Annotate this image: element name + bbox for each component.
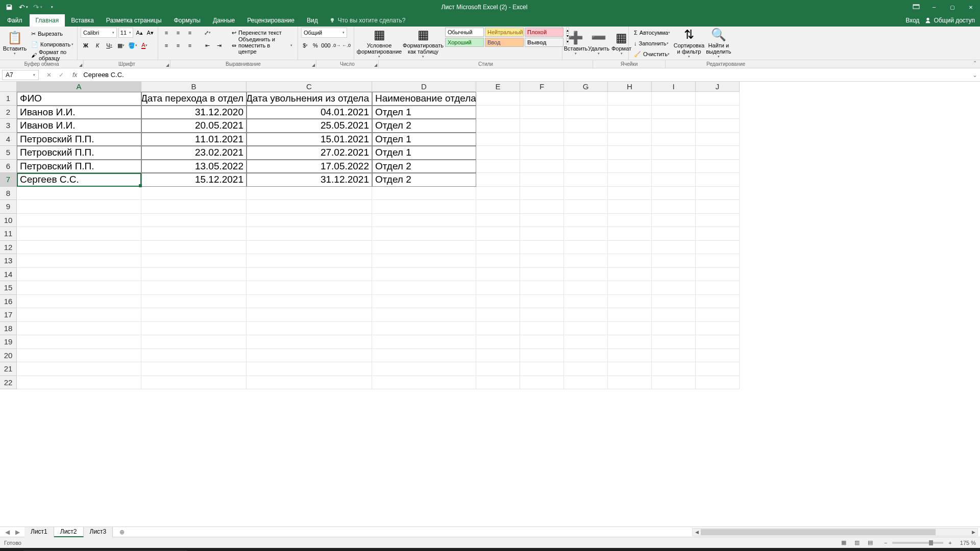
- cell[interactable]: [652, 281, 696, 295]
- borders-button[interactable]: ▦▾: [116, 40, 126, 51]
- sheet-tab[interactable]: Лист1: [24, 527, 54, 537]
- cell[interactable]: [476, 160, 520, 173]
- cell[interactable]: [476, 200, 520, 214]
- cell[interactable]: [520, 322, 564, 336]
- row-header[interactable]: 14: [0, 268, 17, 282]
- cell[interactable]: [564, 362, 608, 376]
- style-bad[interactable]: Плохой: [525, 28, 564, 37]
- cell[interactable]: [564, 281, 608, 295]
- align-bottom-button[interactable]: ≡: [185, 28, 195, 38]
- font-selector[interactable]: Calibri▾: [81, 28, 117, 38]
- row-header[interactable]: 8: [0, 187, 17, 201]
- cell[interactable]: 20.05.2021: [141, 119, 247, 133]
- cell[interactable]: [696, 173, 740, 187]
- cell[interactable]: [564, 146, 608, 160]
- cell[interactable]: [520, 146, 564, 160]
- tab-file[interactable]: Файл: [0, 14, 30, 27]
- row-header[interactable]: 19: [0, 335, 17, 349]
- cell[interactable]: [608, 268, 652, 282]
- cell[interactable]: [652, 254, 696, 268]
- accounting-format-button[interactable]: $▾: [301, 40, 310, 51]
- cell[interactable]: [696, 92, 740, 106]
- sign-in-link[interactable]: Вход: [905, 17, 919, 24]
- cell[interactable]: [696, 106, 740, 119]
- cell[interactable]: [564, 160, 608, 173]
- cell[interactable]: [696, 254, 740, 268]
- column-header-B[interactable]: B: [141, 82, 247, 92]
- cell[interactable]: [476, 295, 520, 309]
- cell[interactable]: Петровский П.П.: [17, 160, 141, 173]
- cell[interactable]: [652, 322, 696, 336]
- formula-cancel-button[interactable]: ✕: [43, 70, 55, 80]
- cell[interactable]: [608, 119, 652, 133]
- cell[interactable]: [696, 227, 740, 241]
- cell[interactable]: [696, 295, 740, 309]
- cell[interactable]: [372, 200, 476, 214]
- cell[interactable]: [141, 295, 247, 309]
- copy-button[interactable]: 📄 Копировать ▾: [29, 39, 76, 49]
- tab-view[interactable]: Вид: [301, 14, 324, 27]
- style-output[interactable]: Вывод: [525, 38, 564, 47]
- cell[interactable]: [247, 254, 372, 268]
- cell[interactable]: [17, 362, 141, 376]
- cell[interactable]: [696, 335, 740, 349]
- cell[interactable]: [696, 160, 740, 173]
- cell[interactable]: 15.12.2021: [141, 173, 247, 187]
- zoom-slider[interactable]: [892, 542, 943, 544]
- fill-color-button[interactable]: 🪣▾: [128, 40, 138, 51]
- alignment-dialog[interactable]: ◢: [312, 63, 315, 67]
- cell[interactable]: [247, 322, 372, 336]
- cell[interactable]: 04.01.2021: [247, 106, 372, 119]
- cell[interactable]: [141, 187, 247, 201]
- column-header-H[interactable]: H: [608, 82, 652, 92]
- cell[interactable]: [564, 119, 608, 133]
- font-dialog[interactable]: ◢: [166, 63, 169, 67]
- cell[interactable]: [372, 241, 476, 255]
- align-middle-button[interactable]: ≡: [173, 28, 183, 38]
- cell[interactable]: [520, 281, 564, 295]
- cell[interactable]: [696, 308, 740, 322]
- cell[interactable]: [652, 200, 696, 214]
- cell[interactable]: [608, 200, 652, 214]
- column-header-G[interactable]: G: [564, 82, 608, 92]
- cell[interactable]: [372, 308, 476, 322]
- select-all-corner[interactable]: [0, 82, 17, 92]
- zoom-out-button[interactable]: −: [882, 540, 889, 546]
- cell[interactable]: [564, 268, 608, 282]
- row-header[interactable]: 20: [0, 349, 17, 363]
- row-header[interactable]: 6: [0, 160, 17, 173]
- cell[interactable]: [608, 133, 652, 146]
- add-sheet-button[interactable]: ⊕: [116, 529, 128, 536]
- taskbar-excel-icon[interactable]: 📊: [302, 548, 324, 551]
- cell[interactable]: [476, 92, 520, 106]
- align-left-button[interactable]: ≡: [161, 40, 172, 51]
- format-as-table-button[interactable]: ▦ Форматировать как таблицу▾: [404, 28, 443, 59]
- cell[interactable]: [247, 214, 372, 228]
- hscroll-thumb[interactable]: [701, 529, 936, 535]
- taskbar-cortana-icon[interactable]: ◯: [212, 548, 234, 551]
- taskbar-store-icon[interactable]: 🛍: [280, 548, 301, 551]
- column-header-A[interactable]: A: [17, 82, 141, 92]
- view-page-layout-button[interactable]: ▥: [850, 538, 864, 547]
- cell[interactable]: [564, 227, 608, 241]
- cell[interactable]: [608, 241, 652, 255]
- cell[interactable]: [141, 349, 247, 363]
- cell[interactable]: [17, 254, 141, 268]
- cell[interactable]: [608, 146, 652, 160]
- cell[interactable]: [17, 200, 141, 214]
- cell[interactable]: [652, 227, 696, 241]
- cell[interactable]: [564, 335, 608, 349]
- cell[interactable]: [696, 187, 740, 201]
- row-header[interactable]: 9: [0, 200, 17, 214]
- cell[interactable]: 23.02.2021: [141, 146, 247, 160]
- row-header[interactable]: 18: [0, 322, 17, 336]
- cell[interactable]: [520, 214, 564, 228]
- increase-font-button[interactable]: A▴: [135, 28, 144, 38]
- sheet-nav-next[interactable]: ▶: [12, 529, 22, 536]
- cell[interactable]: [564, 214, 608, 228]
- taskbar-explorer-icon[interactable]: 📁: [257, 548, 279, 551]
- cell[interactable]: [520, 295, 564, 309]
- cell[interactable]: [608, 308, 652, 322]
- decrease-decimal-button[interactable]: ←.0: [342, 40, 351, 51]
- cell[interactable]: [652, 335, 696, 349]
